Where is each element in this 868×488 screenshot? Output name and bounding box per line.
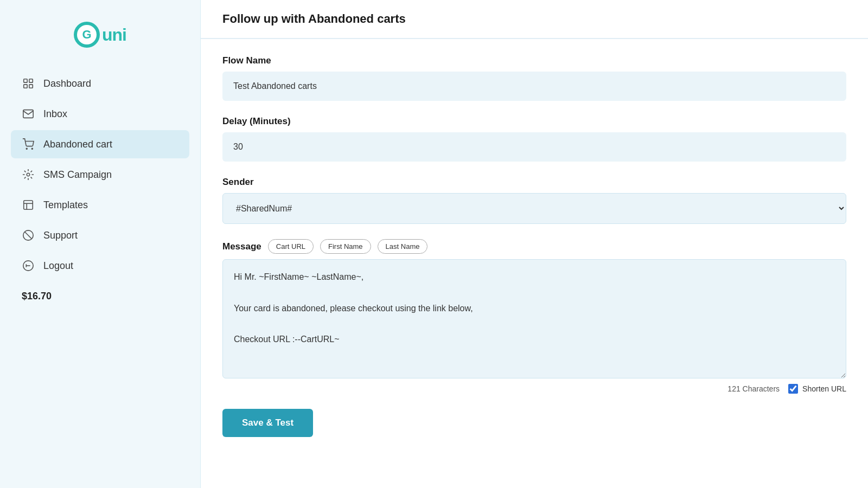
shorten-url-checkbox[interactable] xyxy=(788,384,798,394)
save-button-area: Save & Test xyxy=(222,409,846,437)
delay-label: Delay (Minutes) xyxy=(222,116,846,127)
logo-letter: G xyxy=(82,28,91,42)
sender-select[interactable]: #SharedNum# xyxy=(222,193,846,224)
account-balance: $16.70 xyxy=(22,291,178,302)
sidebar: G uni Dashboard xyxy=(0,0,201,488)
svg-rect-0 xyxy=(24,79,27,82)
campaign-icon xyxy=(22,168,35,181)
sidebar-item-inbox[interactable]: Inbox xyxy=(11,100,189,128)
cart-url-tag[interactable]: Cart URL xyxy=(268,239,314,254)
page-header: Follow up with Abandoned carts xyxy=(201,0,868,39)
sidebar-item-templates[interactable]: Templates xyxy=(11,191,189,219)
svg-line-11 xyxy=(25,232,32,239)
sidebar-item-abandoned-cart-label: Abandoned cart xyxy=(43,139,112,150)
nav-menu: Dashboard Inbox Abandoned cart xyxy=(0,69,200,280)
sidebar-item-sms-campaign[interactable]: SMS Campaign xyxy=(11,160,189,189)
sidebar-item-logout-label: Logout xyxy=(43,260,73,272)
page-title: Follow up with Abandoned carts xyxy=(222,12,846,26)
message-textarea[interactable]: Hi Mr. ~FirstName~ ~LastName~, Your card… xyxy=(222,259,846,378)
svg-rect-3 xyxy=(29,85,33,88)
dashboard-icon xyxy=(22,77,35,90)
char-count-row: 121 Characters Shorten URL xyxy=(222,384,846,394)
shorten-url-label: Shorten URL xyxy=(802,384,846,393)
sidebar-item-support-label: Support xyxy=(43,230,78,241)
sidebar-item-templates-label: Templates xyxy=(43,200,88,211)
support-icon xyxy=(22,229,35,242)
inbox-icon xyxy=(22,107,35,120)
sidebar-item-logout[interactable]: Logout xyxy=(11,252,189,280)
svg-rect-1 xyxy=(29,79,33,82)
sidebar-item-dashboard[interactable]: Dashboard xyxy=(11,69,189,98)
flow-name-input[interactable] xyxy=(222,72,846,101)
sidebar-item-abandoned-cart[interactable]: Abandoned cart xyxy=(11,130,189,158)
message-label: Message xyxy=(222,241,261,252)
delay-input[interactable] xyxy=(222,132,846,162)
svg-rect-7 xyxy=(24,201,33,210)
logo-area: G uni xyxy=(0,16,200,69)
char-count: 121 Characters xyxy=(727,384,780,393)
templates-icon xyxy=(22,198,35,211)
first-name-tag[interactable]: First Name xyxy=(320,239,371,254)
logo-text: uni xyxy=(102,25,126,45)
shorten-url-row: Shorten URL xyxy=(788,384,846,394)
sidebar-item-dashboard-label: Dashboard xyxy=(43,78,91,89)
sidebar-item-inbox-label: Inbox xyxy=(43,108,67,120)
delay-group: Delay (Minutes) xyxy=(222,116,846,162)
sender-group: Sender #SharedNum# xyxy=(222,177,846,224)
svg-point-5 xyxy=(31,148,33,149)
logout-icon xyxy=(22,259,35,272)
svg-point-4 xyxy=(26,148,27,149)
last-name-tag[interactable]: Last Name xyxy=(378,239,428,254)
form-area: Flow Name Delay (Minutes) Sender #Shared… xyxy=(201,39,868,453)
logo-icon: G xyxy=(74,22,100,48)
sidebar-item-support[interactable]: Support xyxy=(11,221,189,249)
svg-point-6 xyxy=(27,173,30,176)
svg-rect-2 xyxy=(24,85,27,88)
flow-name-label: Flow Name xyxy=(222,55,846,66)
sender-label: Sender xyxy=(222,177,846,188)
message-label-row: Message Cart URL First Name Last Name xyxy=(222,239,846,254)
sidebar-item-sms-campaign-label: SMS Campaign xyxy=(43,169,112,181)
message-group: Message Cart URL First Name Last Name Hi… xyxy=(222,239,846,394)
save-test-button[interactable]: Save & Test xyxy=(222,409,313,437)
flow-name-group: Flow Name xyxy=(222,55,846,101)
cart-icon xyxy=(22,138,35,151)
main-content: Follow up with Abandoned carts Flow Name… xyxy=(201,0,868,488)
